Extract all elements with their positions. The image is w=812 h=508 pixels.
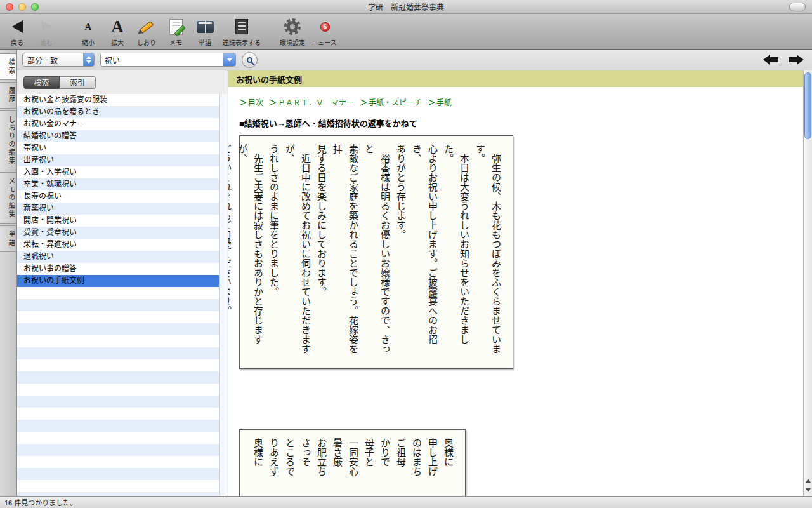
search-button[interactable] bbox=[242, 52, 258, 68]
letter-column: うれしさのままに筆をとりました。 bbox=[265, 144, 281, 360]
breadcrumb-link[interactable]: ＰＡＲＴ．Ｖ マナー bbox=[278, 97, 354, 107]
forward-button[interactable]: 進む bbox=[33, 16, 60, 47]
result-item[interactable]: 新築祝い bbox=[17, 203, 219, 215]
list-empty-rows bbox=[17, 287, 219, 496]
large-a-icon: A bbox=[111, 17, 124, 37]
search-history-dropdown[interactable] bbox=[223, 53, 235, 66]
marker-pen-icon bbox=[137, 18, 156, 35]
result-item[interactable]: 開店・開業祝い bbox=[17, 215, 219, 227]
letter-column: 近日中に改めてお祝いに伺わせていただきますが、 bbox=[281, 144, 313, 360]
results-tab-area: 検索 索引 bbox=[17, 70, 228, 94]
letter-column: 母子と bbox=[360, 438, 376, 496]
letter-column: 素敵なご家庭を築かれることでしょう。花嫁姿を拝 bbox=[329, 144, 360, 360]
forward-icon bbox=[41, 20, 52, 33]
scroll-up-button[interactable] bbox=[804, 476, 812, 485]
result-item-selected[interactable]: お祝いの手紙文例 bbox=[17, 275, 219, 287]
arrow-up-icon bbox=[806, 479, 811, 483]
letter-column: 奥様に bbox=[440, 438, 455, 496]
result-item[interactable]: お祝い金と披露宴の服装 bbox=[17, 94, 219, 106]
letter-column: 先生ご夫妻には寂しさもおありかと存じますが、 bbox=[233, 144, 265, 360]
letter-column: 奥様に bbox=[249, 438, 265, 496]
book-icon bbox=[197, 21, 214, 33]
side-tab-memo-edit[interactable]: メモの編集 bbox=[0, 172, 16, 224]
breadcrumb-link[interactable]: 手紙・スピーチ bbox=[369, 97, 422, 107]
tab-search-button[interactable]: 検索 bbox=[23, 76, 60, 89]
chevron-down-icon bbox=[227, 58, 232, 62]
result-item[interactable]: お祝い金のマナー bbox=[17, 118, 219, 130]
nav-forward-arrow[interactable] bbox=[787, 55, 804, 65]
memo-button[interactable]: メモ bbox=[162, 16, 189, 47]
list-scrollbar[interactable] bbox=[219, 94, 228, 496]
bookmark-button[interactable]: しおり bbox=[133, 16, 160, 47]
status-bar: 16 件見つかりました。 bbox=[0, 496, 812, 508]
search-input[interactable] bbox=[101, 53, 223, 66]
result-item[interactable]: 入園・入学祝い bbox=[17, 166, 219, 178]
letter-column: 一同安心 bbox=[344, 438, 360, 496]
content-scrollbar[interactable] bbox=[803, 70, 812, 496]
gear-icon bbox=[284, 18, 301, 35]
letter-column: 心よりお祝い申し上げます。ご披露宴へのお招き、 bbox=[408, 144, 440, 360]
results-pane: 検索 索引 お祝い金と披露宴の服装 お祝いの品を贈るとき お祝い金のマナー 結婚… bbox=[17, 70, 228, 496]
breadcrumb-arrow-icon: ＞ bbox=[269, 97, 277, 107]
back-button[interactable]: 戻る bbox=[4, 16, 30, 47]
letter-example-2: 奥様に 申し上げ のはまち ご祖母 かりで 母子と 一同安心 暑さ厳 お肥立ち … bbox=[239, 429, 466, 496]
news-badge: 6 bbox=[320, 22, 330, 32]
continuous-display-button[interactable]: 連続表示する bbox=[221, 16, 263, 47]
letter-column: どうかくれぐれもご自愛くださいませ。 bbox=[228, 144, 233, 360]
zoom-out-button[interactable]: A 縮小 bbox=[75, 16, 102, 47]
search-combo bbox=[100, 53, 236, 67]
side-tabstrip: 検索 履歴 しおりの編集 メモの編集 単語 bbox=[0, 50, 17, 496]
article-title-bar: お祝いの手紙文例 bbox=[228, 70, 803, 87]
side-tab-bookmark-edit[interactable]: しおりの編集 bbox=[0, 110, 16, 170]
result-item[interactable]: 長寿の祝い bbox=[17, 190, 219, 203]
small-a-icon: A bbox=[85, 22, 92, 32]
section-heading: ■結婚祝い→恩師へ・結婚招待状の返事をかねて bbox=[239, 117, 803, 129]
search-bar: 部分一致 bbox=[17, 50, 812, 70]
app-window: 学研 新冠婚葬祭事典 戻る 進む A 縮小 A 拡大 しおり メモ bbox=[0, 0, 812, 508]
result-item[interactable]: お祝い事の贈答 bbox=[17, 263, 219, 275]
main-toolbar: 戻る 進む A 縮小 A 拡大 しおり メモ 単語 連続表示する bbox=[0, 14, 812, 50]
window-title: 学研 新冠婚葬祭事典 bbox=[0, 1, 812, 12]
letter-example-1: 弥生の候、木も花もつぼみをふくらませています。 本日は大変うれしいお知らせをいた… bbox=[239, 135, 513, 369]
result-item[interactable]: 卒業・就職祝い bbox=[17, 178, 219, 190]
stepper-icon bbox=[83, 53, 94, 66]
letter-column: お肥立ち bbox=[313, 438, 329, 496]
results-list: お祝い金と披露宴の服装 お祝いの品を贈るとき お祝い金のマナー 結婚祝いの贈答 … bbox=[17, 94, 228, 496]
result-item[interactable]: お祝いの品を贈るとき bbox=[17, 106, 219, 118]
words-button[interactable]: 単語 bbox=[192, 16, 218, 47]
letter-column: 弥生の候、木も花もつぼみをふくらませています。 bbox=[471, 144, 503, 360]
result-item[interactable]: 結婚祝いの贈答 bbox=[17, 130, 219, 142]
preferences-button[interactable]: 環境設定 bbox=[278, 16, 307, 47]
scroll-down-button[interactable] bbox=[804, 485, 812, 495]
scrollbar-thumb[interactable] bbox=[804, 72, 811, 139]
side-tab-words[interactable]: 単語 bbox=[0, 225, 16, 252]
status-text: 16 件見つかりました。 bbox=[4, 497, 77, 507]
letter-column: さっそ bbox=[297, 438, 313, 496]
letter-column: 暑さ厳 bbox=[329, 438, 344, 496]
letter-column: 本日は大変うれしいお知らせをいただきました。 bbox=[440, 144, 471, 360]
toolbar-toggle-button[interactable] bbox=[789, 3, 806, 11]
tab-index-button[interactable]: 索引 bbox=[60, 76, 96, 89]
letter-column: のはまち bbox=[408, 438, 424, 496]
page-nav-arrows bbox=[763, 55, 812, 65]
result-item[interactable]: 退職祝い bbox=[17, 251, 219, 263]
match-mode-select[interactable]: 部分一致 bbox=[22, 53, 95, 67]
breadcrumb: ＞ 目次 ＞ ＰＡＲＴ．Ｖ マナー ＞ 手紙・スピーチ ＞ bbox=[239, 97, 803, 107]
letter-column: ご祖母 bbox=[392, 438, 408, 496]
stacked-pages-icon bbox=[235, 19, 248, 34]
arrow-down-icon bbox=[806, 488, 811, 492]
result-item[interactable]: 受賞・受章祝い bbox=[17, 227, 219, 239]
window-titlebar: 学研 新冠婚葬祭事典 bbox=[0, 0, 812, 14]
side-tab-history[interactable]: 履歴 bbox=[0, 82, 16, 109]
result-item[interactable]: 出産祝い bbox=[17, 154, 219, 166]
news-button[interactable]: 6 ニュース bbox=[310, 16, 339, 47]
memo-pad-icon bbox=[169, 19, 183, 35]
match-mode-value: 部分一致 bbox=[23, 55, 83, 65]
nav-back-arrow[interactable] bbox=[763, 55, 780, 65]
zoom-in-button[interactable]: A 拡大 bbox=[104, 16, 131, 47]
result-item[interactable]: 帯祝い bbox=[17, 142, 219, 154]
breadcrumb-link[interactable]: 手紙 bbox=[436, 97, 452, 107]
result-item[interactable]: 栄転・昇進祝い bbox=[17, 239, 219, 251]
side-tab-search[interactable]: 検索 bbox=[0, 53, 16, 80]
breadcrumb-link[interactable]: 目次 bbox=[248, 97, 263, 107]
